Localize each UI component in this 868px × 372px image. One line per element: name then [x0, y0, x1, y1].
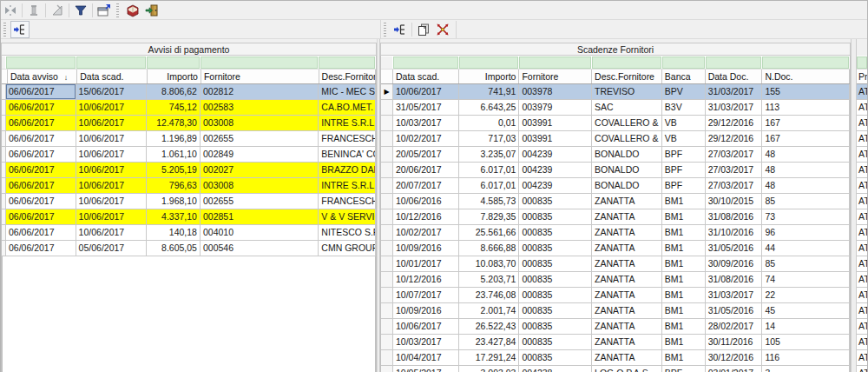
- column-splitter[interactable]: [851, 39, 857, 372]
- cell: NITESCO S.R.L.: [319, 225, 376, 240]
- cell: 167: [762, 116, 850, 130]
- filter-button[interactable]: [71, 2, 90, 19]
- table-row[interactable]: 10/06/201726.522,43000835ZANATTABM128/02…: [381, 319, 850, 335]
- table-row[interactable]: 10/05/20173.093,93004238LOG.O.P.A.SBPF03…: [381, 366, 850, 372]
- cell: 10/06/2017: [393, 319, 459, 334]
- filter-cell[interactable]: [706, 56, 763, 69]
- cross-link-button[interactable]: [433, 21, 452, 38]
- filter-cell[interactable]: [662, 56, 706, 69]
- cell: BPV: [662, 84, 706, 99]
- column-tool-button[interactable]: [24, 2, 43, 19]
- cell: BM1: [662, 256, 706, 271]
- exit-button[interactable]: [142, 2, 161, 19]
- row-indicator: [381, 366, 393, 372]
- column-header-label: Data Doc.: [708, 71, 749, 82]
- column-header[interactable]: Fornitore: [201, 70, 319, 83]
- filter-cell[interactable]: [459, 56, 520, 69]
- column-header[interactable]: Importo: [148, 70, 201, 83]
- column-header[interactable]: N.Doc.: [762, 70, 850, 83]
- cross-link-icon: [436, 23, 450, 37]
- filter-cell[interactable]: [6, 56, 76, 69]
- filter-cell[interactable]: [519, 56, 592, 69]
- table-row[interactable]: 20/05/20173.235,07004239BONALDOBPF27/03/…: [381, 147, 850, 163]
- table-row[interactable]: 06/06/201705/06/20178.605,05000546CMN GR…: [2, 241, 376, 256]
- table-row[interactable]: 10/02/201725.561,66000835ZANATTABM131/10…: [381, 225, 850, 241]
- table-row[interactable]: 10/02/2017717,03003991COVALLERO &VB29/12…: [381, 131, 850, 147]
- filter-cell[interactable]: [393, 56, 459, 69]
- empty-grid-area: [2, 256, 376, 372]
- table-row[interactable]: 10/07/201723.746,08000835ZANATTABM131/03…: [381, 288, 850, 303]
- table-row[interactable]: 10/01/201710.083,70000835ZANATTABM130/09…: [381, 256, 850, 272]
- cell: 30/10/2015: [706, 194, 763, 209]
- help-button[interactable]: [123, 2, 142, 19]
- table-row[interactable]: 10/12/20165.203,71000835ZANATTABM131/08/…: [381, 272, 850, 288]
- expand-tree-button[interactable]: [391, 21, 410, 38]
- column-header[interactable]: Importo: [459, 70, 520, 83]
- cell: AT: [857, 100, 867, 116]
- right-panel-toolbar: [381, 20, 867, 39]
- cell: 48: [762, 163, 850, 177]
- cell: 003991: [519, 116, 592, 130]
- table-row[interactable]: 10/12/20167.829,35000835ZANATTABM131/08/…: [381, 209, 850, 225]
- column-header[interactable]: Banca: [662, 70, 706, 83]
- table-row[interactable]: 06/06/201715/06/20178.806,62002812MIC - …: [2, 84, 376, 100]
- fit-view-button[interactable]: [1, 2, 20, 19]
- table-row[interactable]: 31/05/20176.643,25003979SACB3V31/03/2017…: [381, 100, 850, 116]
- table-row[interactable]: 06/06/201710/06/20175.205,19002027BRAZZO…: [2, 163, 376, 178]
- cell: 73: [762, 209, 850, 224]
- table-row[interactable]: 06/06/201710/06/20171.061,10002849BENINC…: [2, 147, 376, 163]
- cell: 002655: [201, 131, 319, 146]
- column-header[interactable]: Data scad.: [77, 70, 148, 83]
- column-header[interactable]: Data Doc.: [706, 70, 763, 83]
- filter-cell[interactable]: [319, 56, 376, 69]
- table-row[interactable]: 20/06/20176.017,01004239BONALDOBPF27/03/…: [381, 163, 850, 178]
- table-row[interactable]: 06/06/201710/06/201712.478,30003008INTRE…: [2, 116, 376, 131]
- table-row[interactable]: 10/04/201717.291,24000835ZANATTABM130/12…: [381, 350, 850, 366]
- cell: 06/06/2017: [6, 131, 76, 146]
- copy-button[interactable]: [414, 21, 433, 38]
- cell: BM1: [662, 288, 706, 302]
- draw-tool-button[interactable]: [48, 2, 67, 19]
- cell: 004239: [519, 147, 592, 162]
- column-header[interactable]: Pr: [857, 70, 867, 84]
- column-header[interactable]: Desc.Fornitore: [319, 70, 376, 83]
- cell: AT: [857, 84, 867, 100]
- table-row[interactable]: 20/07/20176.017,01004239BONALDOBPF27/03/…: [381, 178, 850, 194]
- table-row[interactable]: 06/06/201710/06/2017140,18004010NITESCO …: [2, 225, 376, 241]
- table-row[interactable]: 10/03/20170,01003991COVALLERO &VB29/12/2…: [381, 116, 850, 131]
- properties-window-icon: [97, 3, 111, 17]
- filter-cell[interactable]: [762, 56, 850, 69]
- filter-cell[interactable]: [76, 56, 148, 69]
- table-row[interactable]: 06/06/201710/06/20171.196,89002655FRANCE…: [2, 131, 376, 147]
- table-row[interactable]: 06/06/201710/06/20171.968,10002655FRANCE…: [2, 194, 376, 209]
- supplier-deadlines-pane: Scadenze Fornitori Data scad.ImportoForn…: [380, 39, 867, 372]
- cell: 03/01/2017: [706, 366, 763, 372]
- cell: COVALLERO &: [592, 116, 662, 130]
- filter-cell[interactable]: [592, 56, 662, 69]
- cell: AT: [857, 335, 867, 350]
- row-indicator: [381, 303, 393, 318]
- column-header[interactable]: Data scad.: [393, 70, 459, 83]
- table-row[interactable]: 06/06/201710/06/2017745,12002583CA.BO.ME…: [2, 100, 376, 116]
- properties-button[interactable]: [95, 2, 114, 19]
- filter-cell[interactable]: [201, 56, 319, 69]
- filter-cell[interactable]: [147, 56, 201, 69]
- table-row[interactable]: 10/06/20164.585,73000835ZANATTABM130/10/…: [381, 194, 850, 209]
- column-header[interactable]: Fornitore: [519, 70, 592, 83]
- cell: 06/06/2017: [6, 147, 76, 162]
- column-header[interactable]: Data avviso↓: [8, 70, 77, 83]
- table-row[interactable]: 10/09/20162.001,74000835ZANATTABM131/05/…: [381, 303, 850, 319]
- column-header-label: Fornitore: [522, 71, 558, 82]
- table-row[interactable]: 06/06/201710/06/2017796,63003008INTRE S.…: [2, 178, 376, 194]
- table-row[interactable]: 06/06/201710/06/20174.337,10002851V & V …: [2, 209, 376, 225]
- cell: 6.643,25: [459, 100, 520, 115]
- table-row[interactable]: 10/09/20168.666,88000835ZANATTABM131/05/…: [381, 241, 850, 256]
- column-header[interactable]: Desc.Fornitore: [592, 70, 662, 83]
- expand-tree-button[interactable]: [10, 21, 30, 38]
- table-row[interactable]: 10/03/201723.427,84000835ZANATTABM130/11…: [381, 335, 850, 350]
- cell: 003008: [201, 116, 319, 130]
- table-row[interactable]: ▶10/06/2017741,91003978TREVISOBPV31/03/2…: [381, 84, 850, 100]
- cell: AT: [857, 241, 867, 256]
- cell: 1.061,10: [147, 147, 201, 162]
- filter-cell[interactable]: [857, 56, 867, 69]
